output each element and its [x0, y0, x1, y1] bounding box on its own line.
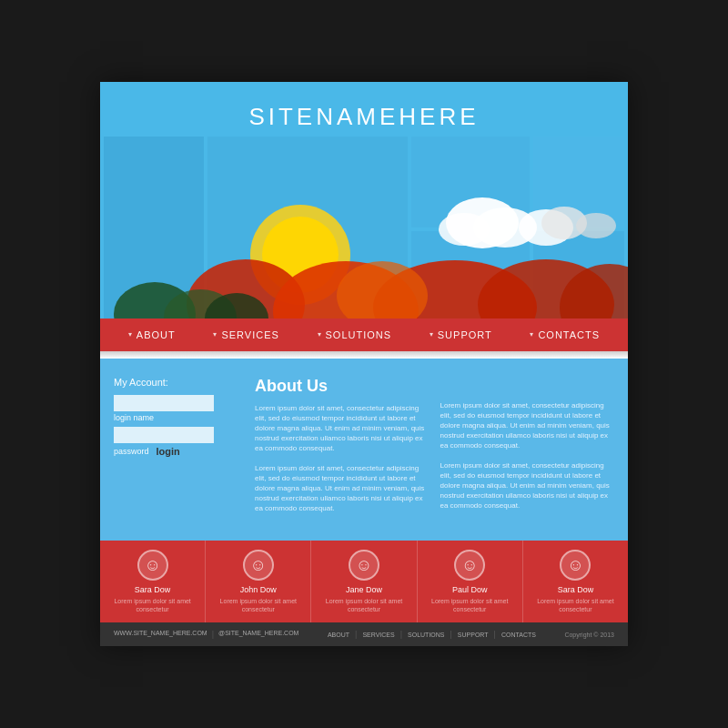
team-member-5[interactable]: ☺ Sara Dow Lorem ipsum dolor sit amet co…: [523, 541, 628, 622]
nav-item-solutions[interactable]: ▾ SOLUTIONS: [318, 329, 392, 340]
site-title: SITENAMEHERE: [248, 86, 479, 131]
footer-copyright: Copyright © 2013: [564, 632, 614, 638]
nav-label-services: SERVICES: [221, 329, 278, 340]
member-desc-5: Lorem ipsum dolor sit amet consectetur: [527, 597, 624, 613]
team-member-4[interactable]: ☺ Paul Dow Lorem ipsum dolor sit amet co…: [418, 541, 523, 622]
member-desc-3: Lorem ipsum dolor sit amet consectetur: [315, 597, 412, 613]
hero-section: SITENAMEHERE: [100, 82, 628, 318]
user-icon: ☺: [144, 556, 160, 575]
footer-divider: |: [212, 630, 214, 639]
team-member-3[interactable]: ☺ Jane Dow Lorem ipsum dolor sit amet co…: [311, 541, 417, 622]
password-label: password: [114, 447, 149, 456]
login-name-label: login name: [114, 413, 241, 422]
footer-link-about[interactable]: ABOUT: [328, 632, 349, 638]
user-icon: ☺: [250, 556, 267, 575]
footer-social: WWW.SITE_NAME_HERE.COM | @SITE_NAME_HERE…: [114, 630, 298, 639]
footer-nav: ABOUT | SERVICES | SOLUTIONS | SUPPORT |…: [328, 630, 536, 639]
member-desc-2: Lorem ipsum dolor sit amet consectetur: [209, 597, 307, 613]
nav-label-solutions: SOLUTIONS: [326, 329, 392, 340]
footer-link-support[interactable]: SUPPORT: [458, 632, 489, 638]
avatar-5: ☺: [560, 550, 591, 581]
website-mockup: SITENAMEHERE: [100, 82, 628, 647]
svg-point-4: [439, 213, 490, 246]
nav-label-about: ABOUT: [136, 329, 176, 340]
nav-label-contacts: CONTACTS: [538, 329, 600, 340]
member-name-1: Sara Dow: [135, 585, 171, 594]
footer-div-4: |: [494, 630, 496, 639]
member-name-3: Jane Dow: [346, 585, 382, 594]
sidebar-title: My Account:: [114, 377, 241, 388]
password-input[interactable]: [114, 427, 214, 443]
avatar-2: ☺: [243, 550, 274, 581]
chevron-icon: ▾: [128, 330, 133, 339]
about-title: About Us: [255, 377, 430, 396]
user-icon: ☺: [356, 556, 372, 575]
footer-div-3: |: [450, 630, 452, 639]
sidebar: My Account: login name password login: [114, 377, 241, 523]
member-desc-4: Lorem ipsum dolor sit amet consectetur: [421, 597, 519, 613]
team-member-2[interactable]: ☺ John Dow Lorem ipsum dolor sit amet co…: [206, 541, 311, 622]
about-para-1: Lorem ipsum dolor sit amet, consectetur …: [255, 403, 430, 454]
about-para-4: Lorem ipsum dolor sit amet, consectetur …: [440, 460, 615, 511]
login-name-input[interactable]: [114, 395, 214, 411]
login-row: password login: [114, 446, 241, 457]
member-name-2: John Dow: [240, 585, 277, 594]
user-icon: ☺: [567, 556, 583, 575]
content-col-left: About Us Lorem ipsum dolor sit amet, con…: [255, 377, 430, 523]
user-icon: ☺: [461, 556, 478, 575]
nav-item-services[interactable]: ▾ SERVICES: [213, 329, 278, 340]
about-para-3: Lorem ipsum dolor sit amet, consectetur …: [440, 400, 615, 451]
nav-label-support: SUPPORT: [438, 329, 492, 340]
team-section: ☺ Sara Dow Lorem ipsum dolor sit amet co…: [100, 541, 628, 622]
member-name-4: Paul Dow: [452, 585, 488, 594]
hero-scene-svg: [100, 155, 628, 318]
content-col-right: Lorem ipsum dolor sit amet, consectetur …: [440, 377, 615, 523]
footer-link-contacts[interactable]: CONTACTS: [501, 632, 536, 638]
navbar: ▾ ABOUT ▾ SERVICES ▾ SOLUTIONS ▾ SUPPORT…: [100, 318, 628, 351]
nav-item-contacts[interactable]: ▾ CONTACTS: [530, 329, 600, 340]
nav-item-support[interactable]: ▾ SUPPORT: [430, 329, 492, 340]
chevron-icon: ▾: [213, 330, 217, 339]
member-name-5: Sara Dow: [558, 585, 594, 594]
avatar-3: ☺: [349, 550, 379, 581]
login-button[interactable]: login: [157, 446, 180, 457]
footer-link-solutions[interactable]: SOLUTIONS: [408, 632, 444, 638]
chevron-icon: ▾: [430, 330, 434, 339]
chevron-icon: ▾: [318, 330, 322, 339]
footer-social-handle: @SITE_NAME_HERE.COM: [218, 630, 298, 639]
content-area: About Us Lorem ipsum dolor sit amet, con…: [255, 377, 614, 523]
hero-title-bar: SITENAMEHERE: [104, 86, 624, 133]
footer-div-1: |: [355, 630, 357, 639]
member-desc-1: Lorem ipsum dolor sit amet consectetur: [104, 597, 201, 613]
svg-point-7: [576, 213, 616, 238]
about-para-2: Lorem ipsum dolor sit amet, consectetur …: [255, 463, 430, 514]
nav-item-about[interactable]: ▾ ABOUT: [128, 329, 176, 340]
footer: WWW.SITE_NAME_HERE.COM | @SITE_NAME_HERE…: [100, 622, 628, 646]
avatar-4: ☺: [454, 550, 485, 581]
footer-url: WWW.SITE_NAME_HERE.COM: [114, 630, 207, 639]
chevron-icon: ▾: [530, 330, 534, 339]
avatar-1: ☺: [137, 550, 168, 581]
team-member-1[interactable]: ☺ Sara Dow Lorem ipsum dolor sit amet co…: [100, 541, 206, 622]
footer-link-services[interactable]: SERVICES: [362, 632, 394, 638]
shadow-bar: [100, 351, 628, 359]
main-content: My Account: login name password login Ab…: [100, 359, 628, 541]
footer-div-2: |: [400, 630, 402, 639]
